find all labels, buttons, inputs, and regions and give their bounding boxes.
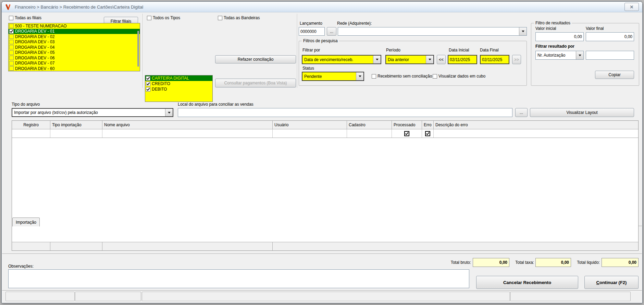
erro-checkbox[interactable] [425,131,430,136]
filial-item[interactable]: 500 - TESTE NUMERACAO [9,23,140,29]
todas-bandeiras-label: Todas as Bandeiras [224,15,260,20]
filtrar-resultado-input[interactable] [586,51,634,60]
checkbox-icon[interactable] [9,45,14,49]
consultar-pagamentos-button[interactable]: Consultar pagamentos (Boa Vista) [215,79,296,87]
footer-cell [102,242,273,250]
data-inicial-input[interactable]: 02/11/2025 [448,55,477,64]
filtrar-resultado-value: Nr. Autorização [536,51,576,59]
title-bar: Financeiro > Bancário > Recebimento de C… [2,2,642,12]
observacoes-label: Observações: [8,264,34,269]
checkbox-icon[interactable] [146,87,150,92]
checkbox-icon[interactable] [146,76,150,81]
rede-adquirente-select[interactable] [338,27,527,36]
status-panel-1 [5,292,75,301]
total-liquido-value: 0,00 [602,258,639,267]
checkbox-icon[interactable] [9,40,14,44]
tipo-item-selected[interactable]: CARTEIRA DIGITAL [145,75,212,81]
checkbox-icon [147,16,151,20]
scrollbar-thumb[interactable] [137,31,139,67]
cancelar-recebimento-button[interactable]: Cancelar Recebimento [476,276,578,289]
filiais-list: 500 - TESTE NUMERACAO DROGARIA DEV - 01 … [8,23,140,71]
lancamento-input[interactable] [299,27,325,36]
checkbox-icon[interactable] [9,61,14,66]
grid-data-row[interactable] [12,129,638,138]
periodo-proximo-button[interactable]: >> [512,55,521,64]
cell-erro [422,129,434,138]
valor-final-label: Valor final [586,26,604,31]
cell-usuario [273,129,347,138]
tipo-arquivo-label: Tipo do arquivo [12,102,40,107]
checkbox-icon[interactable] [9,56,14,60]
todos-tipos-checkbox[interactable]: Todos os Tipos [146,15,181,20]
checkbox-icon[interactable] [9,50,14,55]
checkbox-icon [218,16,222,20]
processado-checkbox[interactable] [404,131,409,136]
cell-cadastro [347,129,392,138]
filial-item[interactable]: DROGARIA DEV - 03 [9,39,140,45]
todas-filiais-label: Todas as filiais [15,15,41,20]
observacoes-textarea[interactable] [8,269,469,288]
filtrar-resultado-select[interactable]: Nr. Autorização [535,51,584,60]
vertical-divider [143,14,143,88]
check-icon [147,82,150,85]
footer-cell [273,242,638,250]
filial-item[interactable]: DROGARIA DEV - 06 [9,55,140,61]
local-arquivo-input[interactable] [178,108,512,117]
tipo-item[interactable]: CREDITO [145,81,212,86]
close-button[interactable]: ✕ [624,3,639,11]
checkbox-icon[interactable] [9,24,14,28]
filtrar-resultado-por-label: Filtrar resultado por [535,44,574,49]
status-select[interactable]: Pendente [302,72,364,81]
cell-descricao-erro [434,129,638,138]
valor-inicial-input[interactable] [535,32,584,41]
status-panel-3 [142,292,510,301]
visualizar-layout-button[interactable]: Visualizar Layout [530,108,634,117]
cell-tipo-importacao [50,129,102,138]
filial-item[interactable]: DROGARIA DEV - 02 [9,34,140,39]
checkbox-icon[interactable] [9,34,14,39]
recebimento-sem-conciliacao-checkbox[interactable]: Recebimento sem conciliação [371,74,433,79]
checkbox-icon[interactable] [9,29,14,34]
periodo-value: Dia anterior [386,56,426,63]
todas-filiais-checkbox[interactable]: Todas as filiais [8,15,42,20]
data-final-input[interactable]: 02/11/2025 [480,55,509,64]
check-icon [147,76,150,80]
statusbar-divider [2,290,642,291]
footer-cell [50,242,102,250]
status-value: Pendente [302,72,356,80]
refazer-conciliacao-button[interactable]: Refazer conciliação [215,55,296,63]
copiar-button[interactable]: Copiar [595,71,634,79]
column-header-tipo-importacao: Tipo importação [50,121,102,129]
filial-item[interactable]: DROGARIA DEV - 60 [9,66,140,71]
window-content: Todas as filiais Filtrar filiais 500 - T… [2,12,642,303]
lancamento-browse-button[interactable]: ... [327,27,336,36]
filial-item[interactable]: DROGARIA DEV - 04 [9,45,140,50]
column-header-registro: Registro [12,121,50,129]
chevron-down-icon [373,56,381,63]
checkbox-icon[interactable] [146,82,150,86]
local-arquivo-browse-button[interactable]: ... [515,108,528,117]
data-inicial-label: Data Inicial [449,48,469,52]
filtrar-por-select[interactable]: Data de vencimento/receb. [302,55,381,64]
local-arquivo-label: Local do arquivo para conciliar as venda… [178,102,253,107]
periodo-select[interactable]: Dia anterior [385,55,434,64]
lancamento-label: Lançamento [300,21,322,26]
tipo-item[interactable]: DEBITO [145,86,212,92]
filial-item[interactable]: DROGARIA DEV - 05 [9,50,140,56]
tab-importacao[interactable]: Importação [12,218,40,226]
todas-bandeiras-checkbox[interactable]: Todas as Bandeiras [217,15,260,20]
cancelar-recebimento-label: Cancelar Recebimento [503,280,551,285]
visualizar-dados-cubo-checkbox[interactable]: Visualizar dados em cubo [432,74,486,79]
checkbox-icon[interactable] [9,66,14,71]
periodo-anterior-button[interactable]: << [437,55,446,64]
rede-adquirente-value [338,27,519,35]
filial-item[interactable]: DROGARIA DEV - 07 [9,61,140,66]
tipo-arquivo-select[interactable]: Importar por arquivo (txt/csv) pela auto… [12,108,173,117]
chevron-down-icon [426,56,433,63]
continuar-button[interactable]: Continuar (F2) [584,276,639,289]
tipo-arquivo-value: Importar por arquivo (txt/csv) pela auto… [12,109,165,116]
valor-final-input[interactable] [586,32,634,41]
filtrar-por-value: Data de vencimento/receb. [302,56,373,63]
check-icon [405,131,409,135]
filial-item-selected[interactable]: DROGARIA DEV - 01 [9,29,140,34]
